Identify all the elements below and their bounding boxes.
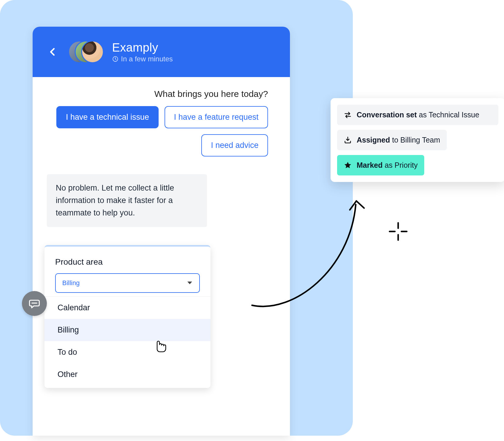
product-area-card: Product area Billing Calendar Billing To… — [44, 245, 210, 388]
pointer-cursor-icon — [154, 338, 166, 352]
option-feature-request[interactable]: I have a feature request — [165, 106, 268, 128]
inbox-download-icon — [344, 136, 352, 144]
status-rest: to Billing Team — [390, 136, 440, 144]
company-name: Examply — [112, 41, 173, 54]
dropdown-option-billing[interactable]: Billing — [44, 319, 210, 341]
status-rest: as Priority — [383, 161, 418, 169]
back-button[interactable] — [44, 44, 61, 60]
status-bold: Marked — [357, 161, 383, 169]
response-time-text: In a few minutes — [121, 55, 173, 63]
option-need-advice[interactable]: I need advice — [201, 134, 268, 156]
clock-icon — [112, 56, 119, 62]
swap-icon — [344, 111, 352, 119]
dropdown-label: Product area — [55, 257, 200, 267]
response-time: In a few minutes — [112, 55, 173, 63]
avatar — [81, 41, 104, 63]
status-assigned: Assigned to Billing Team — [337, 130, 447, 150]
reply-options: I have a technical issue I have a featur… — [47, 106, 268, 156]
dropdown-options-list: Calendar Billing To do Other — [44, 296, 210, 386]
chat-header: Examply In a few minutes — [33, 27, 290, 77]
status-marked-priority: Marked as Priority — [337, 155, 424, 175]
star-icon — [344, 161, 352, 170]
flow-arrow-icon — [246, 187, 379, 317]
caret-down-icon — [187, 281, 193, 285]
messenger-launcher[interactable] — [22, 291, 47, 316]
automation-status-panel: Conversation set as Technical Issue Assi… — [331, 98, 504, 182]
status-conversation-set: Conversation set as Technical Issue — [337, 105, 498, 125]
status-rest: as Technical Issue — [417, 111, 479, 119]
status-bold: Conversation set — [357, 111, 417, 119]
option-technical-issue[interactable]: I have a technical issue — [56, 106, 159, 128]
bot-question: What brings you here today? — [47, 89, 268, 99]
product-area-select[interactable]: Billing — [55, 273, 200, 293]
dropdown-option-other[interactable]: Other — [44, 363, 210, 386]
status-bold: Assigned — [357, 136, 390, 144]
dropdown-selected-value: Billing — [62, 279, 80, 287]
messenger-icon — [28, 297, 41, 310]
dropdown-option-todo[interactable]: To do — [44, 341, 210, 363]
bot-followup-message: No problem. Let me collect a little info… — [47, 174, 207, 227]
avatar-stack — [68, 39, 107, 64]
dropdown-option-calendar[interactable]: Calendar — [44, 297, 210, 319]
sparkle-plus-icon — [388, 221, 409, 242]
chevron-left-icon — [48, 47, 58, 57]
